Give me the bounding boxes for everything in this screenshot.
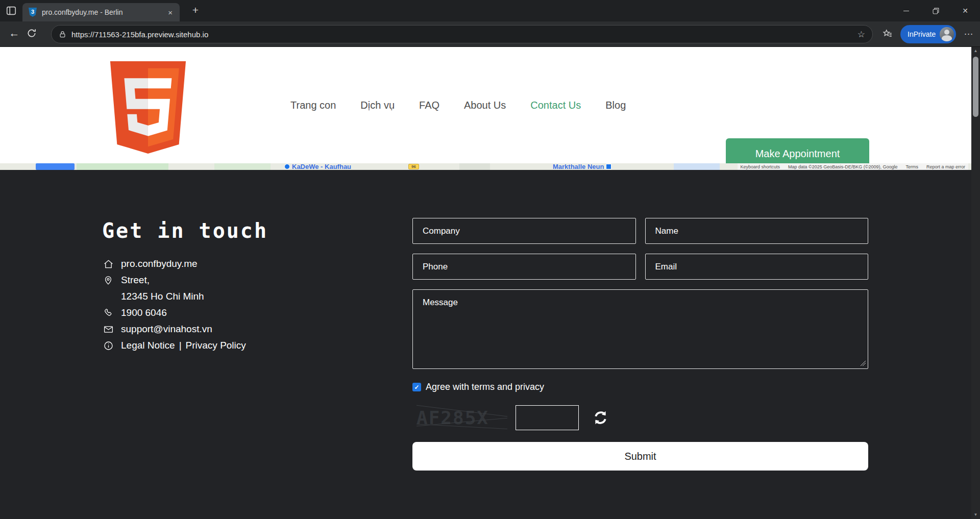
map-transit-box bbox=[36, 163, 75, 170]
nav-item-faq[interactable]: FAQ bbox=[419, 100, 439, 111]
website-text: pro.confbyduy.me bbox=[121, 256, 246, 272]
settings-more-icon[interactable]: … bbox=[964, 26, 974, 37]
restore-button[interactable] bbox=[921, 0, 950, 21]
back-icon[interactable]: ← bbox=[7, 27, 21, 39]
new-tab-button[interactable]: + bbox=[188, 3, 203, 18]
address-bar[interactable]: https://711563-215bfa.preview.sitehub.io… bbox=[51, 25, 873, 43]
section-heading: Get in touch bbox=[102, 219, 268, 242]
email-icon bbox=[102, 321, 115, 337]
privacy-policy-link[interactable]: Privacy Policy bbox=[186, 340, 246, 351]
map-poi-label: KaDeWe - Kaufhau bbox=[292, 163, 351, 170]
captcha-image: AF285X bbox=[416, 404, 507, 431]
agree-row: ✓ Agree with terms and privacy bbox=[412, 382, 868, 392]
minimize-icon bbox=[903, 11, 909, 11]
captcha-input[interactable] bbox=[516, 405, 579, 430]
home-icon bbox=[102, 256, 115, 272]
legal-separator: | bbox=[179, 340, 182, 351]
info-icon bbox=[102, 337, 115, 354]
scroll-down-icon[interactable]: ▼ bbox=[971, 511, 980, 519]
phone-input[interactable] bbox=[412, 254, 636, 280]
favorites-icon[interactable] bbox=[882, 29, 893, 41]
inprivate-label: InPrivate bbox=[908, 30, 936, 38]
inprivate-badge[interactable]: InPrivate bbox=[900, 25, 956, 43]
tab-bar: 3 pro.confbyduy.me - Berlin × + ✕ bbox=[0, 0, 980, 21]
contact-info-list: pro.confbyduy.me Street, 12345 Ho Chi Mi… bbox=[102, 256, 246, 354]
nav-item-dich-vu[interactable]: Dịch vụ bbox=[360, 100, 395, 111]
map-poi-right: Markthalle Neun bbox=[553, 163, 611, 170]
legal-links: Legal Notice | Privacy Policy bbox=[121, 337, 246, 354]
agree-label: Agree with terms and privacy bbox=[426, 382, 544, 392]
scroll-up-icon[interactable]: ▲ bbox=[971, 47, 980, 55]
main-nav: Trang con Dịch vụ FAQ About Us Contact U… bbox=[290, 47, 626, 163]
resize-grip-icon[interactable] bbox=[861, 361, 866, 366]
captcha-row: AF285X bbox=[412, 404, 868, 431]
check-icon: ✓ bbox=[414, 384, 419, 391]
company-input[interactable] bbox=[412, 218, 636, 244]
contact-form: ✓ Agree with terms and privacy AF285X bbox=[412, 218, 868, 471]
phone-text: 1900 6046 bbox=[121, 305, 246, 321]
window-controls: ✕ bbox=[891, 0, 980, 21]
url-text[interactable]: https://711563-215bfa.preview.sitehub.io bbox=[71, 30, 857, 39]
lock-icon bbox=[59, 31, 66, 38]
profile-avatar[interactable] bbox=[940, 27, 954, 41]
captcha-refresh-icon[interactable] bbox=[593, 410, 608, 426]
submit-button[interactable]: Submit bbox=[412, 442, 868, 471]
nav-item-trang-con[interactable]: Trang con bbox=[290, 100, 336, 111]
browser-tab[interactable]: 3 pro.confbyduy.me - Berlin × bbox=[22, 3, 180, 21]
map-keyboard-shortcuts-link[interactable]: Keyboard shortcuts bbox=[741, 164, 780, 169]
map-data-text: Map data ©2025 GeoBasis-DE/BKG (©2009), … bbox=[788, 164, 897, 169]
minimize-button[interactable] bbox=[891, 0, 921, 21]
site-header: Trang con Dịch vụ FAQ About Us Contact U… bbox=[0, 47, 971, 163]
email-link[interactable]: support@vinahost.vn bbox=[121, 321, 246, 337]
phone-icon bbox=[102, 305, 115, 321]
map-poi-label: Markthalle Neun bbox=[553, 163, 604, 170]
map-water-patch bbox=[674, 163, 720, 170]
html5-logo-icon bbox=[109, 60, 187, 156]
tab-title: pro.confbyduy.me - Berlin bbox=[42, 8, 166, 16]
close-button[interactable]: ✕ bbox=[950, 0, 980, 21]
message-textarea[interactable] bbox=[412, 289, 868, 369]
nav-item-blog[interactable]: Blog bbox=[605, 100, 626, 111]
map-terrain-patch bbox=[459, 163, 490, 170]
map-terms-link[interactable]: Terms bbox=[905, 164, 918, 169]
map-transit-icon bbox=[606, 164, 611, 169]
browser-toolbar: ← https://711563-215bfa.preview.sitehub.… bbox=[0, 21, 980, 47]
name-input[interactable] bbox=[645, 218, 869, 244]
restore-icon bbox=[933, 8, 939, 14]
location-pin-icon bbox=[102, 272, 115, 288]
agree-checkbox[interactable]: ✓ bbox=[412, 383, 421, 391]
scrollbar-thumb[interactable] bbox=[973, 57, 978, 117]
reload-icon[interactable] bbox=[27, 28, 37, 40]
map-road-badge: 96 bbox=[408, 164, 419, 169]
page-scrollbar[interactable]: ▲ ▼ bbox=[971, 47, 980, 519]
favorite-star-icon[interactable]: ☆ bbox=[857, 29, 865, 40]
map-poi-icon bbox=[284, 164, 290, 169]
tab-close-icon[interactable]: × bbox=[166, 8, 175, 17]
address-line1: Street, bbox=[121, 272, 246, 288]
map-report-error-link[interactable]: Report a map error bbox=[926, 164, 965, 169]
map-poi-left: KaDeWe - Kaufhau bbox=[284, 163, 351, 170]
address-indent bbox=[102, 288, 115, 305]
tab-actions-icon[interactable] bbox=[5, 5, 17, 17]
map-park-patch bbox=[77, 163, 168, 170]
map-park-patch bbox=[214, 163, 271, 170]
email-input[interactable] bbox=[645, 254, 869, 280]
contact-section: Get in touch pro.confbyduy.me Street, 12… bbox=[0, 170, 971, 519]
address-line2: 12345 Ho Chi Minh bbox=[121, 288, 246, 305]
map-attribution: Keyboard shortcuts Map data ©2025 GeoBas… bbox=[738, 163, 968, 170]
css3-favicon-icon: 3 bbox=[29, 8, 37, 17]
nav-item-contact-us[interactable]: Contact Us bbox=[530, 100, 581, 111]
legal-notice-link[interactable]: Legal Notice bbox=[121, 340, 175, 351]
page-viewport: Trang con Dịch vụ FAQ About Us Contact U… bbox=[0, 47, 971, 519]
nav-item-about-us[interactable]: About Us bbox=[464, 100, 506, 111]
map-embed[interactable]: KaDeWe - Kaufhau 96 Markthalle Neun Keyb… bbox=[0, 163, 971, 170]
